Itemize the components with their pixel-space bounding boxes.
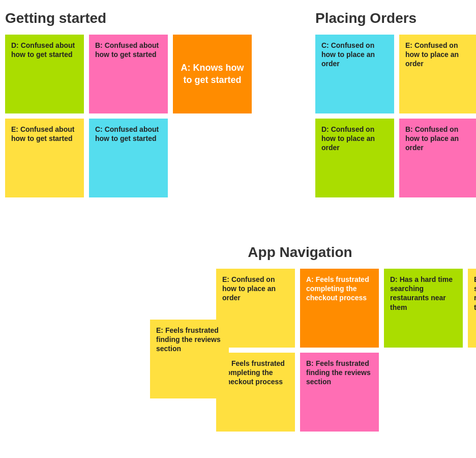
placing-orders-section: Placing Orders C: Confused on how to pla… [315, 10, 476, 197]
note-gs3[interactable]: A: Knows how to get started [173, 35, 252, 113]
solo-note-section: E: Feels frustrated finding the reviews … [150, 320, 229, 398]
getting-started-section: Getting started D: Confused about how to… [5, 10, 252, 197]
getting-started-title: Getting started [5, 10, 252, 26]
note-an6[interactable]: B: Feels frustrated finding the reviews … [300, 353, 379, 432]
note-gs5[interactable]: C: Confused about how to get started [89, 119, 168, 197]
app-navigation-title: App Navigation [137, 244, 463, 261]
placing-orders-grid: C: Confused on how to place an order E: … [315, 35, 476, 197]
note-po1[interactable]: C: Confused on how to place an order [315, 35, 394, 113]
note-po4[interactable]: B: Confused on how to place an order [399, 119, 476, 197]
note-po3[interactable]: D: Confused on how to place an order [315, 119, 394, 197]
app-navigation-grid: E: Confused on how to place an order A: … [216, 269, 476, 432]
note-gs4[interactable]: E: Confused about how to get started [5, 119, 84, 197]
note-po2[interactable]: E: Confused on how to place an order [399, 35, 476, 113]
note-solo[interactable]: E: Feels frustrated finding the reviews … [150, 320, 229, 398]
note-gs1[interactable]: D: Confused about how to get started [5, 35, 84, 113]
note-an4[interactable]: E: Has a hard time searching restaurants… [468, 269, 476, 348]
note-an3[interactable]: D: Has a hard time searching restaurants… [384, 269, 463, 348]
getting-started-grid: D: Confused about how to get started B: … [5, 35, 252, 197]
placing-orders-title: Placing Orders [315, 10, 476, 26]
note-an2[interactable]: A: Feels frustrated completing the check… [300, 269, 379, 348]
note-gs2[interactable]: B: Confused about how to get started [89, 35, 168, 113]
